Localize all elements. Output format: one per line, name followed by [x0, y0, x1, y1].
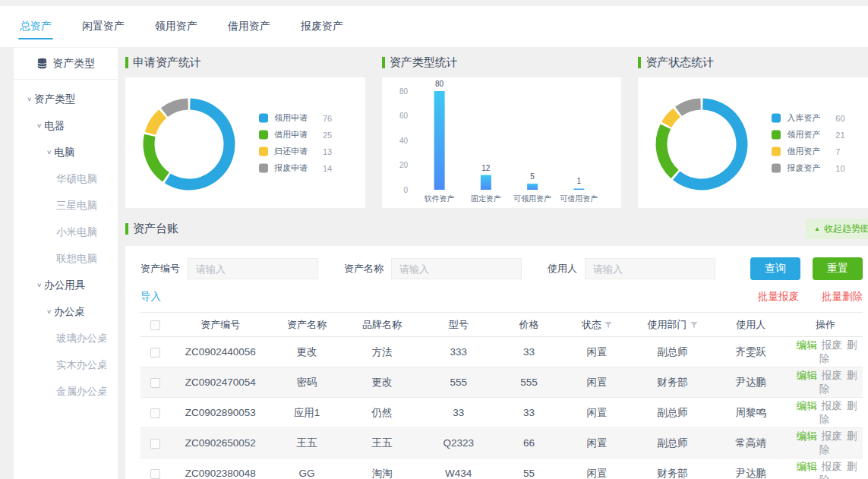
table-cell: ZC0902650052: [170, 428, 270, 459]
table-cell: 闲置: [562, 367, 631, 398]
tree-item[interactable]: ∨办公用具: [14, 272, 118, 298]
tree-item[interactable]: 华硕电脑: [14, 165, 118, 192]
x-category-label: 固定资产: [471, 194, 501, 203]
action-编辑[interactable]: 编辑: [797, 370, 817, 381]
action-报废[interactable]: 报废: [822, 430, 842, 442]
action-报废[interactable]: 报废: [822, 461, 842, 472]
ledger-panel: 资产编号资产名称使用人查询 重置 导入 批量报废 批量删除 资产编号资产名称品牌…: [125, 246, 868, 479]
action-报废[interactable]: 报废: [822, 339, 842, 351]
tree-item[interactable]: ∨资产类型: [14, 86, 118, 112]
legend-swatch: [772, 163, 781, 172]
header-checkbox-cell: [140, 313, 170, 337]
action-编辑[interactable]: 编辑: [797, 339, 817, 351]
legend-item: 报废资产10: [772, 162, 844, 174]
action-报废[interactable]: 报废: [822, 400, 842, 411]
legend-label: 报废资产: [787, 162, 835, 174]
table-cell: Q2323: [421, 428, 496, 459]
legend-label: 报废申请: [274, 162, 323, 174]
tab-4[interactable]: 借用资产: [228, 6, 270, 47]
row-checkbox[interactable]: [150, 378, 160, 388]
table-cell: 闲置: [562, 428, 631, 459]
tree-item[interactable]: 玻璃办公桌: [14, 325, 118, 351]
tab-1[interactable]: 总资产: [20, 6, 52, 47]
table-cell: 齐雯跃: [714, 337, 788, 367]
table-cell: 常高靖: [714, 428, 788, 459]
chevron-down-icon: ∨: [36, 282, 42, 288]
legend-swatch: [772, 130, 781, 139]
table-cell: 更改: [342, 367, 421, 398]
donut-segment-报废申请: [164, 104, 188, 112]
tree-item[interactable]: 小米电脑: [14, 219, 118, 245]
tree-item[interactable]: 三星电脑: [14, 192, 118, 219]
donut-segment-借用资产: [667, 112, 677, 124]
row-actions: 编辑报废删除: [788, 459, 863, 479]
collapse-trend-button[interactable]: ▲ 收起趋势图: [806, 219, 868, 239]
chart-section-type: 资产类型统计 02040608080软件资产12固定资产5可领用资产1可借用资产: [382, 47, 622, 208]
field-label: 使用人: [548, 262, 577, 276]
column-header-状态: 状态: [562, 313, 631, 337]
bar-value-label: 5: [530, 172, 535, 181]
legend-label: 入库资产: [787, 112, 835, 124]
main-content: 申请资产统计 领用申请76借用申请25归还申请13报废申请14 资产类型统计 0…: [118, 47, 868, 479]
row-checkbox[interactable]: [150, 439, 160, 449]
action-编辑[interactable]: 编辑: [797, 461, 817, 472]
table-cell: W434: [421, 459, 496, 479]
search-button[interactable]: 查询: [750, 257, 800, 280]
legend-item: 归还申请13: [259, 146, 332, 157]
row-checkbox[interactable]: [150, 348, 160, 358]
tree-item[interactable]: 联想电脑: [14, 245, 118, 272]
reset-button[interactable]: 重置: [813, 257, 863, 280]
y-tick-label: 20: [399, 161, 409, 169]
charts-row: 申请资产统计 领用申请76借用申请25归还申请13报废申请14 资产类型统计 0…: [125, 47, 868, 208]
table-cell: 尹达鹏: [714, 367, 788, 398]
filter-icon[interactable]: [604, 321, 612, 329]
tree-item[interactable]: ∨电脑: [14, 139, 118, 165]
legend-value: 13: [323, 147, 332, 156]
tab-2[interactable]: 闲置资产: [82, 6, 125, 47]
action-编辑[interactable]: 编辑: [797, 430, 817, 442]
select-all-checkbox[interactable]: [150, 320, 160, 330]
row-actions: 编辑报废删除: [788, 428, 863, 459]
legend-value: 25: [323, 130, 332, 139]
field-input-3[interactable]: [585, 258, 715, 279]
row-checkbox[interactable]: [150, 408, 160, 418]
tab-5[interactable]: 报废资产: [301, 6, 343, 47]
donut-segment-报废资产: [679, 104, 701, 112]
table-cell: 闲置: [562, 398, 631, 428]
tree-item-label: 电脑: [54, 146, 74, 159]
asset-table: 资产编号资产名称品牌名称型号价格状态使用部门使用人操作 ZC0902440056…: [140, 312, 863, 479]
tree-item-label: 电器: [44, 119, 65, 133]
form-field-3: 使用人: [548, 258, 715, 279]
tree-item[interactable]: 金属办公桌: [14, 378, 118, 405]
donut-segment-领用资产: [661, 127, 675, 175]
search-form: 资产编号资产名称使用人查询 重置: [140, 257, 863, 280]
table-cell: 更改: [270, 337, 342, 367]
tree-item-label: 三星电脑: [56, 199, 97, 213]
bar-可领用资产: [527, 184, 538, 190]
tree-item[interactable]: ∨电器: [14, 112, 118, 139]
ledger-title-text: 资产台账: [133, 222, 178, 236]
table-cell: 应用1: [270, 398, 342, 428]
column-header-型号: 型号: [421, 313, 496, 337]
batch-delete-link[interactable]: 批量删除: [822, 290, 863, 304]
action-编辑[interactable]: 编辑: [797, 400, 817, 411]
row-checkbox-cell: [140, 428, 170, 459]
field-input-2[interactable]: [391, 258, 522, 279]
import-link[interactable]: 导入: [140, 290, 161, 304]
table-cell: 王五: [342, 428, 421, 459]
field-input-1[interactable]: [188, 258, 318, 279]
legend-swatch: [259, 113, 268, 122]
action-报废[interactable]: 报废: [822, 370, 842, 381]
tree-item[interactable]: 实木办公桌: [14, 351, 118, 378]
tab-3[interactable]: 领用资产: [155, 6, 197, 47]
filter-icon[interactable]: [690, 321, 698, 329]
chevron-down-icon: ∨: [46, 308, 52, 315]
donut-segment-归还申请: [150, 114, 163, 134]
tree-item[interactable]: ∨办公桌: [14, 298, 118, 325]
section-title-status-stats: 资产状态统计: [638, 55, 868, 70]
legend-label: 借用资产: [787, 146, 835, 157]
bar-可借用资产: [573, 188, 584, 190]
row-checkbox[interactable]: [150, 469, 160, 479]
batch-scrap-link[interactable]: 批量报废: [758, 290, 799, 304]
table-cell: 333: [421, 337, 496, 367]
